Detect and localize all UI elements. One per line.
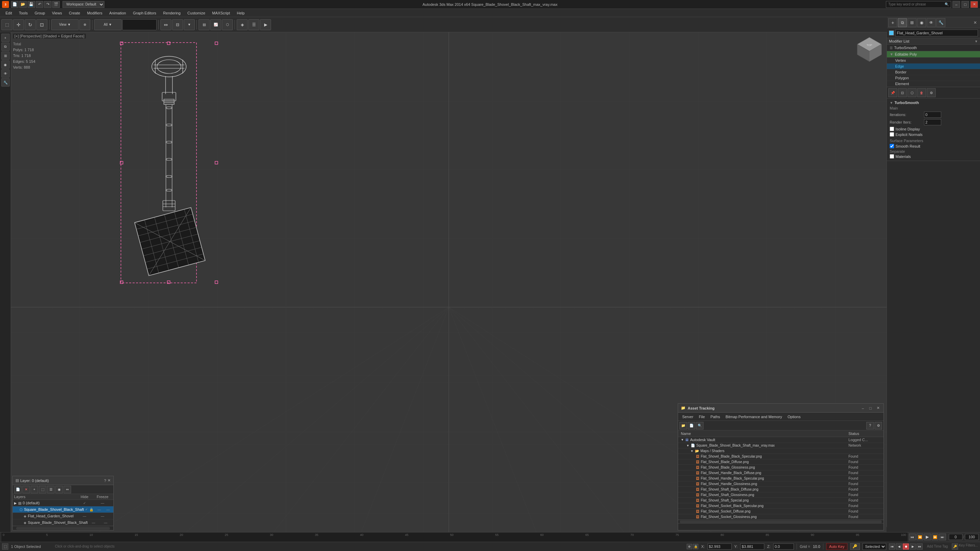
asset-close-btn[interactable]: ✕ <box>875 406 881 410</box>
asset-menu-paths[interactable]: Paths <box>708 414 723 419</box>
asset-maximize-btn[interactable]: □ <box>868 406 873 410</box>
open-btn[interactable]: 📂 <box>19 1 27 8</box>
asset-row-tex9[interactable]: 🖼 Flat_Shovel_Shaft_Special.png Found <box>678 498 883 503</box>
layer-new-btn[interactable]: 📄 <box>14 486 22 493</box>
asset-row-file[interactable]: ▼ 📄 Square_Blade_Shovel_Black_Shaft_max_… <box>678 443 883 448</box>
minimize-btn[interactable]: – <box>953 1 960 8</box>
ts-smooth-check[interactable] <box>890 144 894 148</box>
scale-btn[interactable]: ⊡ <box>37 19 48 30</box>
modifier-list-dropdown[interactable]: ▼ <box>975 40 978 43</box>
asset-tb-btn1[interactable]: 📁 <box>679 422 687 429</box>
edpoly-border[interactable]: Border <box>887 69 980 75</box>
layer-close-btn[interactable]: ✕ <box>108 478 111 483</box>
redo-btn[interactable]: ↷ <box>44 1 51 8</box>
menu-group[interactable]: Group <box>31 10 49 16</box>
menu-maxscript[interactable]: MAXScript <box>209 10 234 16</box>
layer-row-2[interactable]: ◈ Flat_Head_Garden_Shovel — — <box>13 513 113 519</box>
asset-row-tex7[interactable]: 🖼 Flat_Shovel_Shaft_Black_Diffuse.png Fo… <box>678 487 883 492</box>
asset-row-vault[interactable]: ▼ 🏛 Autodesk Vault Logged C... <box>678 437 883 443</box>
goto-end-btn[interactable]: ⏭ <box>939 534 946 540</box>
timeline-track-area[interactable]: 0 5 10 15 20 25 30 35 40 45 50 55 60 65 … <box>2 532 907 542</box>
tab-display[interactable]: 👁 <box>927 18 936 27</box>
asset-menu-options[interactable]: Options <box>785 414 803 419</box>
vault-expand-icon[interactable]: ▼ <box>681 438 684 441</box>
asset-scrollbar[interactable] <box>678 520 883 523</box>
tab-utilities[interactable]: 🔧 <box>936 18 945 27</box>
asset-tb-btn5[interactable]: ⚙ <box>875 422 882 429</box>
asset-row-tex11[interactable]: 🖼 Flat_Shovel_Socket_Diffuse.png Found <box>678 509 883 514</box>
object-name-field[interactable] <box>895 30 978 37</box>
modify-tool[interactable]: ⧉ <box>2 43 10 51</box>
asset-menu-server[interactable]: Server <box>679 414 696 419</box>
menu-help[interactable]: Help <box>234 10 248 16</box>
edpoly-vertex[interactable]: Vertex <box>887 58 980 64</box>
layer-lock-1[interactable]: 🔒 <box>88 508 94 511</box>
time-ctrl-1[interactable]: ⏮ <box>889 543 895 549</box>
curve-editor-btn[interactable]: 📈 <box>210 19 221 30</box>
pin-stack-btn[interactable]: 📌 <box>888 88 897 97</box>
select-filter[interactable]: All ▼ <box>94 19 122 30</box>
asset-row-tex10[interactable]: 🖼 Flat_Shovel_Socket_Black_Specular.png … <box>678 503 883 509</box>
layer-row-0[interactable]: ▶ ▤ 0 (default) ✓ — <box>13 500 113 507</box>
asset-row-tex2[interactable]: 🖼 Flat_Shovel_Blade_Diffuse.png Found <box>678 459 883 465</box>
layer-scrollbar[interactable] <box>13 526 113 530</box>
key-filter-btn[interactable]: 🔑 <box>952 543 958 549</box>
render-btn[interactable]: ▶ <box>260 19 271 30</box>
align-btn[interactable]: ⊟ <box>172 19 183 30</box>
move-btn[interactable]: ✛ <box>13 19 24 30</box>
rotate-btn[interactable]: ↻ <box>25 19 36 30</box>
auto-key-btn[interactable]: Auto Key <box>826 543 848 550</box>
asset-row-tex4[interactable]: 🖼 Flat_Shovel_Handle_Black_Diffuse.png F… <box>678 470 883 476</box>
layer-row-1[interactable]: ⬡ Square_Blade_Shovel_Black_Shaft ✓ 🔒 — … <box>13 507 113 513</box>
search-box[interactable]: 🔍 <box>886 1 951 8</box>
view-cube[interactable]: TOP <box>856 36 883 63</box>
layer-add-selected-btn[interactable]: + <box>30 486 38 493</box>
edpoly-polygon[interactable]: Polygon <box>887 75 980 81</box>
maximize-btn[interactable]: □ <box>961 1 969 8</box>
modifier-turbosmooth[interactable]: ☰ TurboSmooth <box>887 44 980 51</box>
asset-row-maps[interactable]: ▼ 📂 Maps / Shaders <box>678 448 883 454</box>
make-unique-btn[interactable]: ⬡ <box>907 88 916 97</box>
asset-row-tex3[interactable]: 🖼 Flat_Shovel_Blade_Glossiness.png Found <box>678 465 883 470</box>
menu-tools[interactable]: Tools <box>16 10 31 16</box>
time-ctrl-4[interactable]: ▶ <box>910 543 916 549</box>
modifier-editable-poly[interactable]: ▼ Editable Poly <box>887 51 980 58</box>
prev-frame-btn[interactable]: ⏪ <box>916 534 923 540</box>
asset-menu-file[interactable]: File <box>696 414 708 419</box>
schematic-btn[interactable]: ⬡ <box>222 19 233 30</box>
ts-isoline-check[interactable] <box>890 127 894 131</box>
file-expand-icon[interactable]: ▼ <box>686 444 689 447</box>
asset-row-tex12[interactable]: 🖼 Flat_Shovel_Socket_Glossiness.png Foun… <box>678 514 883 520</box>
menu-views[interactable]: Views <box>48 10 65 16</box>
ref-coord-dropdown[interactable]: View ▼ <box>51 19 79 30</box>
asset-tb-btn3[interactable]: 🔍 <box>696 422 703 429</box>
save-btn[interactable]: 💾 <box>27 1 35 8</box>
layer-select-layer-btn[interactable]: ☰ <box>47 486 55 493</box>
layer-merge-btn[interactable]: ⇔ <box>64 486 71 493</box>
layer-select-obj-btn[interactable]: ⬚ <box>39 486 46 493</box>
panel-close-btn[interactable]: ✕ <box>972 19 978 26</box>
named-sel[interactable] <box>122 19 157 30</box>
asset-row-tex6[interactable]: 🖼 Flat_Shovel_Handle_Glossiness.png Foun… <box>678 481 883 487</box>
hierarchy-tool[interactable]: ⊞ <box>2 51 10 60</box>
ts-iterations-input[interactable] <box>924 111 941 118</box>
menu-customize[interactable]: Customize <box>184 10 209 16</box>
z-coord[interactable] <box>773 543 794 549</box>
ts-explicit-check[interactable] <box>890 132 894 137</box>
time-ctrl-5[interactable]: ⏭ <box>916 543 923 549</box>
layer-highlight-btn[interactable]: ◉ <box>55 486 63 493</box>
workspace-dropdown[interactable]: Workspace: Default <box>62 1 104 8</box>
render-setup-btn2[interactable]: ☰ <box>248 19 259 30</box>
layer-row-3[interactable]: ◈ Square_Blade_Shovel_Black_Shaft — — <box>13 519 113 526</box>
asset-col-name-header[interactable]: Name <box>678 430 846 437</box>
frame-end-input[interactable] <box>965 534 978 540</box>
align-dropdown[interactable]: ▼ <box>184 19 195 30</box>
asset-menu-bitmap[interactable]: Bitmap Performance and Memory <box>723 414 784 419</box>
new-btn[interactable]: 📄 <box>11 1 19 8</box>
color-swatch[interactable] <box>889 30 894 35</box>
edpoly-edge[interactable]: Edge <box>887 64 980 69</box>
goto-start-btn[interactable]: ⏮ <box>909 534 916 540</box>
asset-col-status-header[interactable]: Status <box>846 430 883 437</box>
y-coord[interactable] <box>740 543 764 549</box>
tab-motion[interactable]: ◉ <box>917 18 926 27</box>
